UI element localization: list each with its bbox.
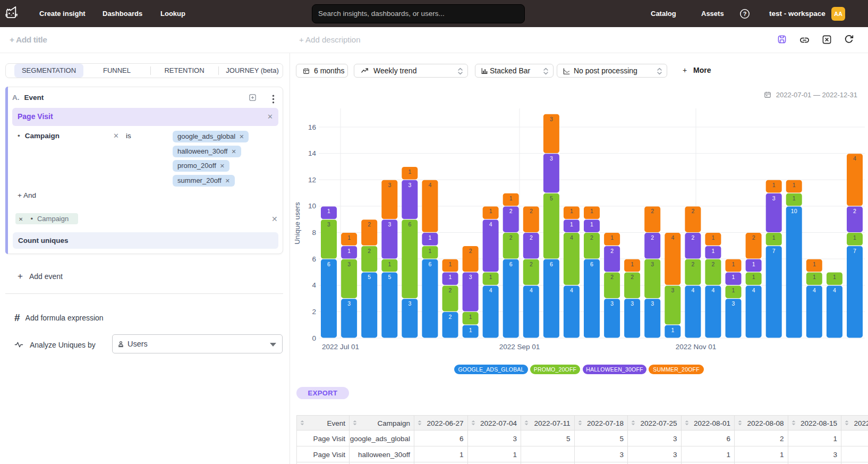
svg-text:3: 3 [388,221,391,227]
svg-text:3: 3 [732,300,735,307]
svg-text:6: 6 [408,221,411,227]
svg-text:4: 4 [428,182,431,188]
svg-text:1: 1 [408,168,411,175]
svg-text:10: 10 [791,208,797,214]
svg-text:1: 1 [610,234,614,241]
svg-text:3: 3 [408,182,411,188]
svg-text:6: 6 [327,261,330,267]
svg-text:2022 Nov 01: 2022 Nov 01 [676,343,717,351]
svg-text:1: 1 [449,261,452,267]
svg-text:2: 2 [691,261,694,267]
svg-text:1: 1 [772,234,776,241]
svg-text:1: 1 [449,274,452,280]
svg-text:2: 2 [530,234,533,241]
svg-text:4: 4 [489,221,492,227]
svg-text:3: 3 [550,155,553,162]
svg-text:3: 3 [469,274,472,280]
svg-text:7: 7 [772,248,776,254]
svg-text:?: ? [743,11,747,17]
svg-text:1: 1 [590,208,593,214]
svg-text:4: 4 [570,287,573,293]
svg-text:4: 4 [671,234,674,241]
svg-text:2: 2 [752,234,755,241]
svg-text:14: 14 [308,149,317,157]
svg-text:2022 Jul 01: 2022 Jul 01 [322,343,359,351]
svg-text:1: 1 [711,234,714,241]
svg-text:2: 2 [368,248,371,254]
svg-text:4: 4 [853,155,856,162]
svg-text:1: 1 [489,274,492,280]
svg-text:4: 4 [489,287,492,293]
svg-text:2: 2 [509,234,513,241]
svg-text:7: 7 [853,248,856,254]
svg-text:1: 1 [388,261,391,267]
svg-text:1: 1 [833,274,836,280]
svg-text:2: 2 [590,234,593,241]
svg-text:1: 1 [732,261,735,267]
svg-text:4: 4 [833,287,836,293]
svg-text:1: 1 [509,195,513,201]
svg-text:1: 1 [772,182,776,188]
svg-text:4: 4 [530,287,533,293]
svg-text:1: 1 [570,208,573,214]
svg-text:4: 4 [711,287,714,293]
svg-text:2: 2 [449,287,452,293]
svg-text:1: 1 [752,261,755,267]
svg-text:8: 8 [312,229,316,237]
svg-text:1: 1 [469,327,472,333]
svg-text:3: 3 [327,221,330,227]
svg-text:4: 4 [813,287,816,293]
svg-text:3: 3 [671,287,674,293]
svg-text:2: 2 [651,234,654,241]
svg-text:2: 2 [530,208,533,214]
svg-text:1: 1 [793,182,796,188]
svg-text:1: 1 [711,248,714,254]
svg-text:2: 2 [711,261,714,267]
svg-text:1: 1 [347,234,351,241]
svg-text:1: 1 [813,274,816,280]
svg-text:0: 0 [312,334,316,342]
svg-text:2: 2 [530,261,533,267]
svg-text:Unique users: Unique users [293,202,301,244]
svg-text:3: 3 [347,261,351,267]
svg-text:1: 1 [853,234,856,241]
svg-text:3: 3 [550,116,553,122]
svg-text:1: 1 [813,261,816,267]
svg-text:1: 1 [428,234,431,241]
svg-text:10: 10 [308,202,316,210]
svg-text:3: 3 [631,300,634,307]
svg-text:4: 4 [752,287,755,293]
svg-text:2: 2 [691,208,694,214]
svg-text:5: 5 [550,195,553,201]
svg-text:3: 3 [408,300,411,307]
svg-text:3: 3 [772,195,776,201]
svg-text:4: 4 [570,234,573,241]
svg-text:2: 2 [631,274,634,280]
svg-text:6: 6 [509,261,513,267]
svg-text:4: 4 [691,287,694,293]
svg-text:2: 2 [509,208,513,214]
svg-text:1: 1 [570,221,573,227]
svg-text:1: 1 [752,274,755,280]
svg-text:1: 1 [631,261,634,267]
svg-text:4: 4 [312,281,316,289]
svg-text:1: 1 [428,248,431,254]
svg-text:3: 3 [610,300,614,307]
svg-text:2022 Sep 01: 2022 Sep 01 [499,343,540,351]
svg-text:1: 1 [469,314,472,320]
svg-text:12: 12 [308,176,316,184]
svg-text:5: 5 [368,274,371,280]
svg-text:5: 5 [388,274,391,280]
svg-text:2: 2 [610,274,614,280]
svg-text:6: 6 [590,261,593,267]
svg-text:2: 2 [610,248,614,254]
svg-text:1: 1 [590,221,593,227]
svg-text:3: 3 [388,182,391,188]
svg-text:16: 16 [308,123,316,131]
svg-text:2: 2 [312,308,316,316]
svg-text:1: 1 [671,327,674,333]
svg-text:6: 6 [312,255,316,263]
svg-text:2: 2 [853,208,856,214]
svg-text:6: 6 [428,261,431,267]
svg-text:1: 1 [732,274,735,280]
